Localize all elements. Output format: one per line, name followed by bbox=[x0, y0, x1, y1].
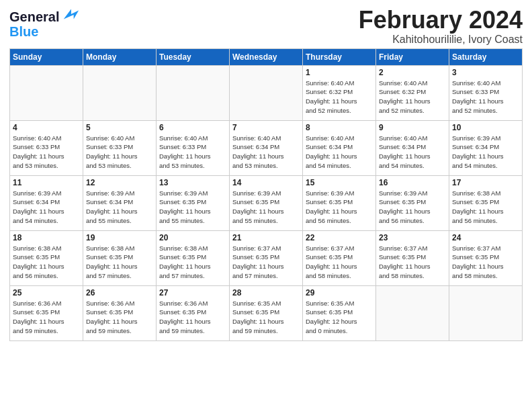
calendar-cell: 20Sunrise: 6:38 AMSunset: 6:35 PMDayligh… bbox=[157, 230, 230, 285]
calendar-cell: 17Sunrise: 6:38 AMSunset: 6:35 PMDayligh… bbox=[449, 175, 523, 230]
day-info: Sunrise: 6:38 AMSunset: 6:35 PMDaylight:… bbox=[13, 244, 80, 281]
day-number: 4 bbox=[13, 123, 80, 132]
col-friday: Friday bbox=[376, 48, 449, 65]
day-number: 22 bbox=[306, 233, 373, 242]
calendar-cell bbox=[230, 65, 303, 120]
day-info: Sunrise: 6:39 AMSunset: 6:34 PMDaylight:… bbox=[13, 189, 80, 226]
day-info: Sunrise: 6:39 AMSunset: 6:35 PMDaylight:… bbox=[159, 189, 226, 226]
calendar-cell: 25Sunrise: 6:36 AMSunset: 6:35 PMDayligh… bbox=[10, 285, 83, 340]
day-info: Sunrise: 6:36 AMSunset: 6:35 PMDaylight:… bbox=[159, 299, 226, 336]
calendar-cell: 2Sunrise: 6:40 AMSunset: 6:32 PMDaylight… bbox=[376, 65, 449, 120]
day-number: 17 bbox=[452, 178, 519, 187]
day-number: 5 bbox=[86, 123, 153, 132]
day-info: Sunrise: 6:38 AMSunset: 6:35 PMDaylight:… bbox=[159, 244, 226, 281]
col-sunday: Sunday bbox=[10, 48, 83, 65]
day-number: 1 bbox=[306, 68, 373, 77]
calendar-cell: 22Sunrise: 6:37 AMSunset: 6:35 PMDayligh… bbox=[303, 230, 376, 285]
col-monday: Monday bbox=[83, 48, 157, 65]
day-number: 12 bbox=[86, 178, 153, 187]
calendar-cell: 29Sunrise: 6:35 AMSunset: 6:35 PMDayligh… bbox=[303, 285, 376, 340]
calendar-cell: 27Sunrise: 6:36 AMSunset: 6:35 PMDayligh… bbox=[157, 285, 230, 340]
day-info: Sunrise: 6:37 AMSunset: 6:35 PMDaylight:… bbox=[232, 244, 300, 281]
calendar-cell: 7Sunrise: 6:40 AMSunset: 6:34 PMDaylight… bbox=[230, 120, 303, 175]
day-info: Sunrise: 6:40 AMSunset: 6:33 PMDaylight:… bbox=[452, 79, 519, 116]
calendar-cell bbox=[449, 285, 523, 340]
header: General Blue February 2024 Kahitohourili… bbox=[9, 7, 523, 46]
location-subtitle: Kahitohourililie, Ivory Coast bbox=[359, 34, 523, 46]
day-info: Sunrise: 6:38 AMSunset: 6:35 PMDaylight:… bbox=[452, 189, 519, 226]
calendar-table: Sunday Monday Tuesday Wednesday Thursday… bbox=[9, 48, 523, 341]
day-number: 23 bbox=[379, 233, 446, 242]
calendar-cell bbox=[10, 65, 83, 120]
calendar-cell bbox=[157, 65, 230, 120]
day-info: Sunrise: 6:40 AMSunset: 6:32 PMDaylight:… bbox=[306, 79, 373, 116]
day-info: Sunrise: 6:35 AMSunset: 6:35 PMDaylight:… bbox=[306, 299, 373, 336]
calendar-cell: 4Sunrise: 6:40 AMSunset: 6:33 PMDaylight… bbox=[10, 120, 83, 175]
day-info: Sunrise: 6:37 AMSunset: 6:35 PMDaylight:… bbox=[452, 244, 519, 281]
logo: General Blue bbox=[9, 9, 80, 39]
day-number: 21 bbox=[232, 233, 300, 242]
calendar-cell: 14Sunrise: 6:39 AMSunset: 6:35 PMDayligh… bbox=[230, 175, 303, 230]
day-number: 18 bbox=[13, 233, 80, 242]
day-number: 10 bbox=[452, 123, 519, 132]
day-number: 19 bbox=[86, 233, 153, 242]
calendar-cell: 16Sunrise: 6:39 AMSunset: 6:35 PMDayligh… bbox=[376, 175, 449, 230]
calendar-cell: 9Sunrise: 6:40 AMSunset: 6:34 PMDaylight… bbox=[376, 120, 449, 175]
day-number: 14 bbox=[232, 178, 300, 187]
month-year-title: February 2024 bbox=[359, 7, 523, 34]
day-info: Sunrise: 6:40 AMSunset: 6:33 PMDaylight:… bbox=[13, 134, 80, 171]
day-info: Sunrise: 6:40 AMSunset: 6:33 PMDaylight:… bbox=[159, 134, 226, 171]
day-info: Sunrise: 6:39 AMSunset: 6:35 PMDaylight:… bbox=[306, 189, 373, 226]
day-number: 25 bbox=[13, 288, 80, 298]
week-row-1: 1Sunrise: 6:40 AMSunset: 6:32 PMDaylight… bbox=[10, 65, 523, 120]
day-info: Sunrise: 6:40 AMSunset: 6:34 PMDaylight:… bbox=[379, 134, 446, 171]
calendar-cell: 1Sunrise: 6:40 AMSunset: 6:32 PMDaylight… bbox=[303, 65, 376, 120]
day-number: 2 bbox=[379, 68, 446, 77]
col-thursday: Thursday bbox=[303, 48, 376, 65]
calendar-cell: 12Sunrise: 6:39 AMSunset: 6:34 PMDayligh… bbox=[83, 175, 157, 230]
day-number: 13 bbox=[159, 178, 226, 187]
day-info: Sunrise: 6:38 AMSunset: 6:35 PMDaylight:… bbox=[86, 244, 153, 281]
svg-marker-0 bbox=[64, 9, 79, 19]
calendar-header-row: Sunday Monday Tuesday Wednesday Thursday… bbox=[10, 48, 523, 65]
day-info: Sunrise: 6:36 AMSunset: 6:35 PMDaylight:… bbox=[13, 299, 80, 336]
day-info: Sunrise: 6:39 AMSunset: 6:34 PMDaylight:… bbox=[86, 189, 153, 226]
day-info: Sunrise: 6:37 AMSunset: 6:35 PMDaylight:… bbox=[379, 244, 446, 281]
week-row-4: 18Sunrise: 6:38 AMSunset: 6:35 PMDayligh… bbox=[10, 230, 523, 285]
title-block: February 2024 Kahitohourililie, Ivory Co… bbox=[359, 7, 523, 46]
day-info: Sunrise: 6:36 AMSunset: 6:35 PMDaylight:… bbox=[86, 299, 153, 336]
col-tuesday: Tuesday bbox=[157, 48, 230, 65]
day-info: Sunrise: 6:35 AMSunset: 6:35 PMDaylight:… bbox=[232, 299, 300, 336]
day-number: 7 bbox=[232, 123, 300, 132]
calendar-cell: 21Sunrise: 6:37 AMSunset: 6:35 PMDayligh… bbox=[230, 230, 303, 285]
week-row-3: 11Sunrise: 6:39 AMSunset: 6:34 PMDayligh… bbox=[10, 175, 523, 230]
week-row-5: 25Sunrise: 6:36 AMSunset: 6:35 PMDayligh… bbox=[10, 285, 523, 340]
calendar-cell: 11Sunrise: 6:39 AMSunset: 6:34 PMDayligh… bbox=[10, 175, 83, 230]
page-container: General Blue February 2024 Kahitohourili… bbox=[0, 0, 532, 347]
calendar-cell: 10Sunrise: 6:39 AMSunset: 6:34 PMDayligh… bbox=[449, 120, 523, 175]
calendar-cell: 23Sunrise: 6:37 AMSunset: 6:35 PMDayligh… bbox=[376, 230, 449, 285]
calendar-cell: 8Sunrise: 6:40 AMSunset: 6:34 PMDaylight… bbox=[303, 120, 376, 175]
logo-text: General bbox=[9, 9, 59, 24]
col-saturday: Saturday bbox=[449, 48, 523, 65]
calendar-cell bbox=[83, 65, 157, 120]
day-info: Sunrise: 6:40 AMSunset: 6:34 PMDaylight:… bbox=[232, 134, 300, 171]
calendar-cell: 18Sunrise: 6:38 AMSunset: 6:35 PMDayligh… bbox=[10, 230, 83, 285]
day-number: 11 bbox=[13, 178, 80, 187]
calendar-cell: 13Sunrise: 6:39 AMSunset: 6:35 PMDayligh… bbox=[157, 175, 230, 230]
day-info: Sunrise: 6:40 AMSunset: 6:33 PMDaylight:… bbox=[86, 134, 153, 171]
day-number: 3 bbox=[452, 68, 519, 77]
day-number: 20 bbox=[159, 233, 226, 242]
logo-blue-text: Blue bbox=[9, 24, 38, 39]
week-row-2: 4Sunrise: 6:40 AMSunset: 6:33 PMDaylight… bbox=[10, 120, 523, 175]
day-number: 29 bbox=[306, 288, 373, 298]
day-number: 15 bbox=[306, 178, 373, 187]
day-info: Sunrise: 6:37 AMSunset: 6:35 PMDaylight:… bbox=[306, 244, 373, 281]
col-wednesday: Wednesday bbox=[230, 48, 303, 65]
day-info: Sunrise: 6:39 AMSunset: 6:35 PMDaylight:… bbox=[379, 189, 446, 226]
day-number: 9 bbox=[379, 123, 446, 132]
day-number: 28 bbox=[232, 288, 300, 298]
calendar-cell: 19Sunrise: 6:38 AMSunset: 6:35 PMDayligh… bbox=[83, 230, 157, 285]
calendar-cell: 24Sunrise: 6:37 AMSunset: 6:35 PMDayligh… bbox=[449, 230, 523, 285]
day-info: Sunrise: 6:39 AMSunset: 6:35 PMDaylight:… bbox=[232, 189, 300, 226]
